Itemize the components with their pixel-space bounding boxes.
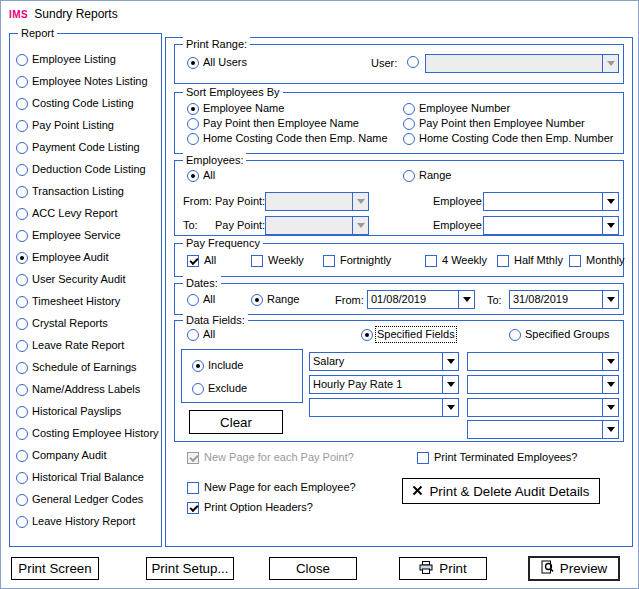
exclude-label: Exclude <box>208 382 247 395</box>
user-combo[interactable] <box>425 54 619 73</box>
report-option-label: ACC Levy Report <box>32 207 118 220</box>
field-combo-1[interactable]: Salary <box>309 352 459 371</box>
print-terminated-checkbox[interactable]: Print Terminated Employees? <box>417 451 577 464</box>
dropdown-button[interactable] <box>602 55 618 72</box>
sort-costing-number-radio[interactable]: Home Costing Code then Emp. Number <box>403 132 613 145</box>
sort-paypoint-number-radio[interactable]: Pay Point then Employee Number <box>403 117 585 130</box>
dates-group-label: Dates: <box>183 276 221 290</box>
dropdown-button[interactable] <box>602 217 618 234</box>
dropdown-button[interactable] <box>602 399 618 416</box>
dropdown-button[interactable] <box>442 376 458 393</box>
clear-button[interactable]: Clear <box>189 410 283 434</box>
exclude-radio[interactable]: Exclude <box>192 382 247 395</box>
sort-employee-number-radio[interactable]: Employee Number <box>403 102 510 115</box>
report-option-pay-point-listing[interactable]: Pay Point Listing <box>16 119 114 132</box>
report-option-schedule-of-earnings[interactable]: Schedule of Earnings <box>16 361 137 374</box>
dropdown-button[interactable] <box>352 193 368 210</box>
sort-employee-name-radio[interactable]: Employee Name <box>187 102 284 115</box>
to-employee-combo[interactable] <box>483 216 619 235</box>
field-combo-5[interactable] <box>467 375 619 394</box>
checkbox-icon <box>323 255 335 267</box>
date-to-combo[interactable]: 31/08/2019 <box>509 290 619 309</box>
freq-all-checkbox[interactable]: All <box>187 254 216 267</box>
radio-icon <box>16 428 28 440</box>
preview-button[interactable]: Preview <box>528 556 620 581</box>
field-combo-1-value: Salary <box>310 353 442 370</box>
include-radio[interactable]: Include <box>192 359 243 372</box>
dropdown-button[interactable] <box>442 353 458 370</box>
freq-monthly-checkbox[interactable]: Monthly <box>569 254 625 267</box>
report-option-employee-notes-listing[interactable]: Employee Notes Listing <box>16 75 148 88</box>
report-option-payment-code-listing[interactable]: Payment Code Listing <box>16 141 140 154</box>
report-option-general-ledger-codes[interactable]: General Ledger Codes <box>16 493 143 506</box>
print-button[interactable]: Print <box>399 557 487 580</box>
new-page-employee-checkbox[interactable]: New Page for each Employee? <box>187 481 356 494</box>
field-combo-6[interactable] <box>467 398 619 417</box>
report-option-employee-audit[interactable]: Employee Audit <box>16 251 108 264</box>
report-option-crystal-reports[interactable]: Crystal Reports <box>16 317 108 330</box>
report-option-timesheet-history[interactable]: Timesheet History <box>16 295 120 308</box>
report-option-costing-employee-history[interactable]: Costing Employee History <box>16 427 159 440</box>
freq-4weekly-checkbox[interactable]: 4 Weekly <box>425 254 487 267</box>
report-option-leave-rate-report[interactable]: Leave Rate Report <box>16 339 124 352</box>
all-users-radio[interactable]: All Users <box>187 56 247 69</box>
report-option-label: Crystal Reports <box>32 317 108 330</box>
from-pay-point-combo[interactable] <box>265 192 369 211</box>
field-combo-7[interactable] <box>467 420 619 439</box>
sort-costing-name-radio[interactable]: Home Costing Code then Emp. Name <box>187 132 388 145</box>
field-combo-3-value <box>310 399 442 416</box>
freq-weekly-checkbox[interactable]: Weekly <box>251 254 304 267</box>
print-screen-label: Print Screen <box>18 561 91 576</box>
dropdown-button[interactable] <box>602 353 618 370</box>
report-option-historical-payslips[interactable]: Historical Payslips <box>16 405 121 418</box>
close-button[interactable]: Close <box>269 557 357 580</box>
print-delete-audit-label: Print & Delete Audit Details <box>429 484 589 499</box>
new-page-employee-label: New Page for each Employee? <box>204 481 356 494</box>
employees-range-radio[interactable]: Range <box>403 169 451 182</box>
report-option-employee-listing[interactable]: Employee Listing <box>16 53 116 66</box>
dropdown-button[interactable] <box>458 291 474 308</box>
freq-fortnightly-checkbox[interactable]: Fortnightly <box>323 254 391 267</box>
dropdown-button[interactable] <box>602 421 618 438</box>
report-option-label: Leave History Report <box>32 515 135 528</box>
freq-option-label: All <box>204 254 216 267</box>
report-option-user-security-audit[interactable]: User Security Audit <box>16 273 126 286</box>
report-option-historical-trial-balance[interactable]: Historical Trial Balance <box>16 471 144 484</box>
report-option-transaction-listing[interactable]: Transaction Listing <box>16 185 124 198</box>
from-employee-combo[interactable] <box>483 192 619 211</box>
freq-halfmthly-checkbox[interactable]: Half Mthly <box>497 254 563 267</box>
dropdown-button[interactable] <box>602 193 618 210</box>
print-setup-button[interactable]: Print Setup... <box>146 557 234 580</box>
fields-all-radio[interactable]: All <box>187 328 215 341</box>
report-option-company-audit[interactable]: Company Audit <box>16 449 107 462</box>
dropdown-button[interactable] <box>442 399 458 416</box>
report-option-employee-service[interactable]: Employee Service <box>16 229 121 242</box>
new-page-pay-point-checkbox[interactable]: New Page for each Pay Point? <box>187 451 354 464</box>
field-combo-4[interactable] <box>467 352 619 371</box>
report-option-name-address-labels[interactable]: Name/Address Labels <box>16 383 140 396</box>
field-combo-3[interactable] <box>309 398 459 417</box>
dropdown-button[interactable] <box>602 291 618 308</box>
date-from-combo[interactable]: 01/08/2019 <box>367 290 475 309</box>
radio-icon <box>187 329 199 341</box>
to-pay-point-combo[interactable] <box>265 216 369 235</box>
report-option-acc-levy-report[interactable]: ACC Levy Report <box>16 207 118 220</box>
print-screen-button[interactable]: Print Screen <box>11 557 99 580</box>
print-delete-audit-button[interactable]: Print & Delete Audit Details <box>402 478 600 504</box>
report-option-deduction-code-listing[interactable]: Deduction Code Listing <box>16 163 146 176</box>
dates-range-radio[interactable]: Range <box>251 293 299 306</box>
dropdown-button[interactable] <box>352 217 368 234</box>
report-option-leave-history-report[interactable]: Leave History Report <box>16 515 135 528</box>
dates-range-label: Range <box>267 293 299 306</box>
user-radio[interactable] <box>407 56 419 68</box>
print-option-headers-checkbox[interactable]: Print Option Headers? <box>187 501 313 514</box>
specified-groups-radio[interactable]: Specified Groups <box>509 328 609 341</box>
sort-paypoint-name-radio[interactable]: Pay Point then Employee Name <box>187 117 359 130</box>
dropdown-button[interactable] <box>602 376 618 393</box>
field-combo-2[interactable]: Hourly Pay Rate 1 <box>309 375 459 394</box>
checkbox-icon <box>497 255 509 267</box>
dates-all-radio[interactable]: All <box>187 293 215 306</box>
report-option-costing-code-listing[interactable]: Costing Code Listing <box>16 97 134 110</box>
employees-all-radio[interactable]: All <box>187 169 215 182</box>
specified-fields-radio[interactable]: Specified Fields <box>361 328 455 341</box>
